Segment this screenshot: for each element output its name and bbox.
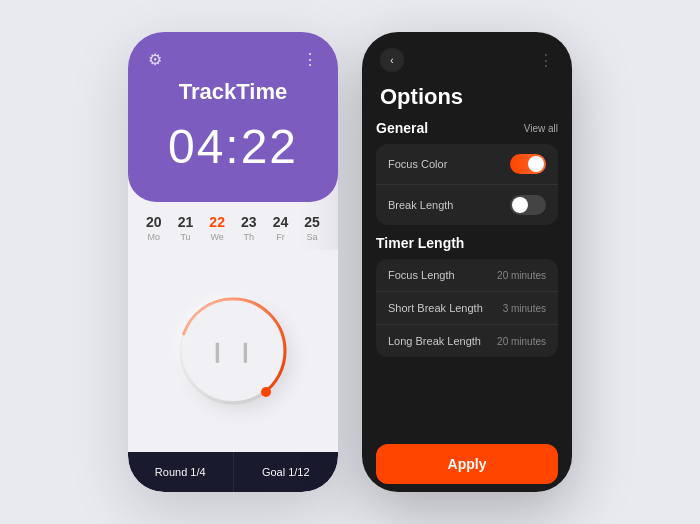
focus-color-toggle[interactable] xyxy=(510,154,546,174)
app-container: ⚙ ⋮ TrackTime 04:22 20 Mo 21 Tu 22 We 23… xyxy=(108,12,592,512)
calendar-day-6[interactable]: 25 Sa xyxy=(304,214,320,242)
app-title: TrackTime xyxy=(148,79,318,105)
day-label: Mo xyxy=(148,232,161,242)
view-all-link[interactable]: View all xyxy=(524,123,558,134)
short-break-row: Short Break Length 3 minutes xyxy=(376,292,558,325)
long-break-value: 20 minutes xyxy=(497,336,546,347)
focus-color-row: Focus Color xyxy=(376,144,558,185)
day-num-active: 22 xyxy=(209,214,225,230)
calendar-day-3-active[interactable]: 22 We xyxy=(209,214,225,242)
long-break-label: Long Break Length xyxy=(388,335,481,347)
phone-left: ⚙ ⋮ TrackTime 04:22 20 Mo 21 Tu 22 We 23… xyxy=(128,32,338,492)
general-options-card: Focus Color Break Length xyxy=(376,144,558,225)
toggle-thumb xyxy=(512,197,528,213)
timer-length-card: Focus Length 20 minutes Short Break Leng… xyxy=(376,259,558,357)
phone-right: ‹ ⋮ Options General View all Focus Color xyxy=(362,32,572,492)
general-section-header: General View all xyxy=(376,120,558,136)
timer-length-section: Timer Length Focus Length 20 minutes Sho… xyxy=(362,235,572,367)
knob-circle[interactable]: ❙ ❙ xyxy=(183,301,283,401)
toggle-thumb xyxy=(528,156,544,172)
day-num: 21 xyxy=(178,214,194,230)
back-button[interactable]: ‹ xyxy=(380,48,404,72)
day-num: 24 xyxy=(273,214,289,230)
focus-length-row: Focus Length 20 minutes xyxy=(376,259,558,292)
right-dots-menu-icon[interactable]: ⋮ xyxy=(538,51,554,70)
calendar-strip: 20 Mo 21 Tu 22 We 23 Th 24 Fr 25 Sa xyxy=(128,202,338,250)
apply-section: Apply xyxy=(362,436,572,492)
day-label: Fr xyxy=(276,232,285,242)
day-num: 20 xyxy=(146,214,162,230)
calendar-day-4[interactable]: 23 Th xyxy=(241,214,257,242)
day-num: 23 xyxy=(241,214,257,230)
day-label: Th xyxy=(244,232,255,242)
break-length-label: Break Length xyxy=(388,199,453,211)
timer-knob-area: ❙ ❙ xyxy=(128,250,338,452)
break-length-row: Break Length xyxy=(376,185,558,225)
focus-length-value: 20 minutes xyxy=(497,270,546,281)
general-section-title: General xyxy=(376,120,428,136)
left-header-icons: ⚙ ⋮ xyxy=(148,50,318,69)
left-header: ⚙ ⋮ TrackTime 04:22 xyxy=(128,32,338,202)
right-header: ‹ ⋮ xyxy=(362,32,572,80)
calendar-day-2[interactable]: 21 Tu xyxy=(178,214,194,242)
focus-length-label: Focus Length xyxy=(388,269,455,281)
knob-dot xyxy=(261,387,271,397)
day-label: Tu xyxy=(180,232,190,242)
break-length-toggle[interactable] xyxy=(510,195,546,215)
options-title: Options xyxy=(362,80,572,120)
day-label: Sa xyxy=(307,232,318,242)
day-label: We xyxy=(210,232,223,242)
dots-menu-icon[interactable]: ⋮ xyxy=(302,50,318,69)
timer-display: 04:22 xyxy=(148,119,318,174)
timer-section-title: Timer Length xyxy=(376,235,464,251)
short-break-value: 3 minutes xyxy=(503,303,546,314)
pause-icon: ❙ ❙ xyxy=(209,339,258,363)
focus-color-label: Focus Color xyxy=(388,158,447,170)
short-break-label: Short Break Length xyxy=(388,302,483,314)
general-section: General View all Focus Color Break Lengt… xyxy=(362,120,572,235)
timer-section-header: Timer Length xyxy=(376,235,558,251)
goal-button[interactable]: Goal 1/12 xyxy=(234,452,339,492)
calendar-day-5[interactable]: 24 Fr xyxy=(273,214,289,242)
calendar-day-1[interactable]: 20 Mo xyxy=(146,214,162,242)
right-content: Options General View all Focus Color Bre xyxy=(362,80,572,492)
gear-icon[interactable]: ⚙ xyxy=(148,50,162,69)
apply-button[interactable]: Apply xyxy=(376,444,558,484)
day-num: 25 xyxy=(304,214,320,230)
long-break-row: Long Break Length 20 minutes xyxy=(376,325,558,357)
round-button[interactable]: Round 1/4 xyxy=(128,452,234,492)
bottom-bar: Round 1/4 Goal 1/12 xyxy=(128,452,338,492)
